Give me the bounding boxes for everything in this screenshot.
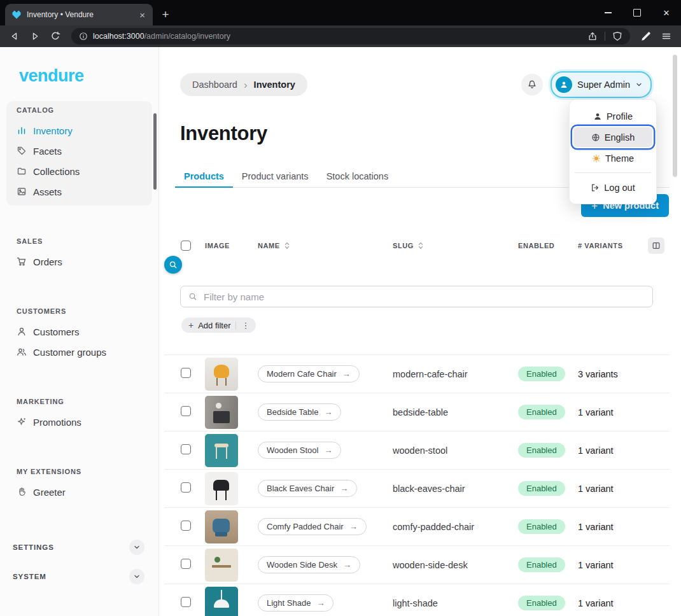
- tab-products[interactable]: Products: [175, 165, 233, 187]
- sort-icon[interactable]: [283, 242, 291, 249]
- share-icon[interactable]: [587, 31, 598, 41]
- search-icon: [169, 260, 178, 269]
- collections-icon: [17, 166, 27, 176]
- column-settings-button[interactable]: [648, 237, 664, 254]
- nav-group-label: MARKETING: [17, 398, 148, 405]
- close-button[interactable]: ✕: [652, 0, 681, 25]
- product-thumbnail[interactable]: [205, 434, 238, 467]
- edit-icon[interactable]: [636, 27, 656, 45]
- maximize-button[interactable]: [622, 0, 652, 25]
- sidebar-item-inventory[interactable]: Inventory: [10, 120, 148, 141]
- row-checkbox[interactable]: [181, 482, 191, 493]
- menu-item-theme[interactable]: Theme: [573, 148, 652, 168]
- row-checkbox[interactable]: [181, 597, 191, 607]
- new-tab-button[interactable]: +: [157, 6, 174, 24]
- status-badge: Enabled: [518, 596, 565, 610]
- forward-button[interactable]: [25, 27, 45, 45]
- product-name-link[interactable]: Light Shade→: [258, 594, 333, 612]
- product-name-link[interactable]: Black Eaves Chair→: [258, 480, 357, 497]
- menu-item-profile[interactable]: Profile: [573, 106, 652, 126]
- product-thumbnail[interactable]: [205, 549, 238, 582]
- chevron-down-icon[interactable]: [129, 569, 144, 584]
- variant-count: 1 variant: [578, 484, 670, 494]
- chevron-down-icon[interactable]: [129, 540, 144, 555]
- variant-count: 1 variant: [578, 560, 670, 570]
- row-checkbox[interactable]: [181, 444, 191, 454]
- row-checkbox[interactable]: [181, 559, 191, 569]
- tab-close-icon[interactable]: ×: [138, 10, 146, 20]
- sidebar-section-settings[interactable]: SETTINGS: [13, 533, 144, 562]
- nav-group-sales: SALES Orders: [6, 232, 152, 276]
- table-row: Bedside Table→ bedside-table Enabled 1 v…: [164, 393, 670, 431]
- sidebar-section-system[interactable]: SYSTEM: [13, 562, 144, 591]
- product-name-link[interactable]: Wooden Stool→: [258, 442, 341, 459]
- column-header-slug[interactable]: SLUG: [393, 242, 518, 249]
- row-checkbox[interactable]: [181, 368, 191, 378]
- filter-by-name-input[interactable]: [202, 291, 645, 303]
- sidebar-item-label: Assets: [33, 186, 62, 197]
- brave-shield-icon[interactable]: [612, 31, 622, 41]
- sidebar-item-customers[interactable]: Customers: [10, 321, 148, 342]
- minimize-icon: [605, 12, 612, 13]
- product-slug: comfy-padded-chair: [393, 522, 518, 532]
- tab-product-variants[interactable]: Product variants: [233, 165, 318, 187]
- sidebar-item-assets[interactable]: Assets: [10, 181, 148, 202]
- add-filter-button[interactable]: + Add filter ⋮: [181, 318, 256, 333]
- product-thumbnail[interactable]: [205, 396, 238, 429]
- orders-icon: [17, 256, 27, 267]
- select-all-checkbox[interactable]: [181, 241, 191, 251]
- sidebar-item-collections[interactable]: Collections: [10, 161, 148, 181]
- product-name-link[interactable]: Modern Cafe Chair→: [258, 365, 360, 382]
- sidebar-item-label: Customer groups: [33, 347, 106, 358]
- admin-app: vendure CATALOG Inventory Facets: [0, 47, 681, 616]
- breadcrumb-separator-icon: ›: [244, 80, 248, 90]
- vendure-logo[interactable]: vendure: [19, 66, 158, 86]
- product-name-link[interactable]: Comfy Padded Chair→: [258, 518, 367, 535]
- minimize-button[interactable]: [593, 0, 622, 25]
- topbar-actions: Super Admin: [521, 71, 652, 98]
- address-bar[interactable]: localhost:3000/admin/catalog/inventory: [71, 28, 630, 45]
- user-menu-button[interactable]: Super Admin: [551, 71, 652, 98]
- column-header-enabled: ENABLED: [518, 242, 578, 249]
- browser-menu-icon[interactable]: [657, 27, 676, 45]
- more-options-icon[interactable]: ⋮: [241, 321, 251, 330]
- table-row: Wooden Stool→ wooden-stool Enabled 1 var…: [164, 431, 670, 469]
- browser-tab[interactable]: Inventory • Vendure ×: [5, 4, 153, 25]
- row-checkbox[interactable]: [181, 521, 191, 531]
- search-button[interactable]: [164, 256, 182, 274]
- product-thumbnail[interactable]: [205, 510, 238, 543]
- back-button[interactable]: [5, 27, 24, 45]
- arrow-right-icon: →: [340, 484, 348, 493]
- product-thumbnail[interactable]: [205, 472, 238, 505]
- notifications-button[interactable]: [521, 74, 543, 95]
- status-badge: Enabled: [518, 367, 565, 381]
- column-header-name[interactable]: NAME: [258, 242, 393, 249]
- sort-icon[interactable]: [417, 242, 425, 249]
- sidebar-item-promotions[interactable]: Promotions: [10, 412, 148, 432]
- menu-item-language[interactable]: English: [573, 127, 652, 147]
- site-info-icon[interactable]: [79, 32, 88, 41]
- sidebar-scrollbar[interactable]: [153, 113, 157, 190]
- reload-button[interactable]: [46, 27, 65, 45]
- product-thumbnail[interactable]: [205, 358, 238, 391]
- facets-icon: [17, 146, 27, 156]
- breadcrumb-dashboard-link[interactable]: Dashboard: [192, 80, 237, 90]
- tab-stock-locations[interactable]: Stock locations: [318, 165, 398, 187]
- product-name-link[interactable]: Wooden Side Desk→: [258, 556, 360, 573]
- sidebar-item-greeter[interactable]: Greeter: [10, 482, 148, 502]
- sidebar-item-label: Collections: [33, 166, 80, 177]
- address-bar-actions: [587, 31, 622, 41]
- menu-divider: [575, 172, 651, 173]
- page-scrollbar[interactable]: [673, 55, 677, 177]
- sidebar-item-label: Facets: [33, 146, 62, 157]
- sidebar-item-label: Greeter: [33, 487, 66, 498]
- menu-item-logout[interactable]: Log out: [573, 178, 652, 197]
- sidebar-item-orders[interactable]: Orders: [10, 251, 148, 272]
- product-thumbnail[interactable]: [205, 587, 238, 616]
- customer-groups-icon: [17, 347, 27, 357]
- row-checkbox[interactable]: [181, 406, 191, 416]
- nav-group-label: MY EXTENSIONS: [17, 468, 148, 475]
- sidebar-item-customer-groups[interactable]: Customer groups: [10, 342, 148, 362]
- product-name-link[interactable]: Bedside Table→: [258, 403, 341, 421]
- sidebar-item-facets[interactable]: Facets: [10, 141, 148, 161]
